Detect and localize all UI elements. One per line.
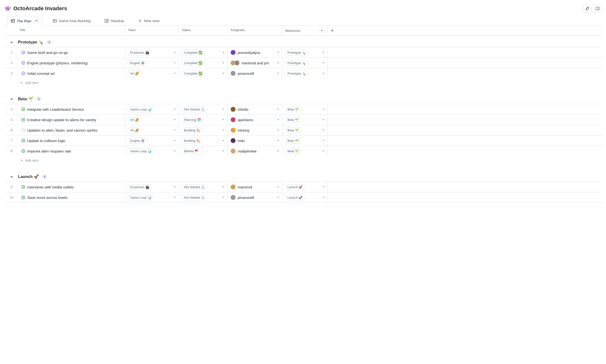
row-milestone-cell[interactable]: Prototype 🍾 <box>282 68 327 78</box>
settings-button[interactable] <box>583 4 592 13</box>
row-status-cell[interactable]: Not Started ⏲️ <box>179 104 227 114</box>
row-title-cell[interactable]: Integrate with Leaderboard Service <box>19 104 125 114</box>
row-title-cell[interactable]: Improve alien respawn rate <box>19 146 125 156</box>
row-title: Save score across levels <box>27 195 67 200</box>
add-item-button[interactable]: Add item <box>4 156 602 165</box>
row-milestone-cell[interactable]: Prototype 🍾 <box>282 47 327 58</box>
tab-game-loop-backlog[interactable]: Game loop Backlog <box>50 16 94 25</box>
column-status[interactable]: Status <box>179 26 227 36</box>
row-team-cell[interactable]: Art 🌈 <box>125 125 179 135</box>
avatar <box>230 107 236 112</box>
row-milestone-cell[interactable]: Launch 🚀 <box>282 192 327 203</box>
row-title-cell[interactable]: Creative design update to aliens for var… <box>19 115 125 125</box>
row-status-cell[interactable]: Not Started ⏲️ <box>179 182 227 192</box>
column-title[interactable]: Title <box>4 26 125 36</box>
table-row[interactable]: 7Update to collision logicEngine ⚙️Build… <box>4 135 602 146</box>
row-title-cell[interactable]: Interviews with media outlets <box>19 182 125 192</box>
table-row[interactable]: 3Initial concept artArt 🌈Complete ✅pmars… <box>4 68 602 78</box>
avatar-stack <box>230 107 236 112</box>
row-assignees-cell[interactable]: mariorod <box>227 182 282 192</box>
panel-button[interactable] <box>593 4 602 13</box>
row-status-cell[interactable]: Building 🏗️ <box>179 125 227 135</box>
column-menu-caret[interactable] <box>320 28 324 33</box>
row-title-cell[interactable]: Engine prototype (physics, rendering) <box>19 58 125 68</box>
row-team-cell[interactable]: Producers 🎬 <box>125 182 179 192</box>
column-team[interactable]: Team <box>125 26 179 36</box>
row-team-cell[interactable]: Art 🌈 <box>125 68 179 78</box>
row-team-cell[interactable]: Art 🌈 <box>125 115 179 125</box>
row-title-cell[interactable]: Save score across levels <box>19 192 125 203</box>
column-assignees[interactable]: Assignees <box>227 26 282 36</box>
table-row[interactable]: 6Updates to alien, beam, and cannon spri… <box>4 125 602 135</box>
row-team-cell[interactable]: Game Loop 📊 <box>125 192 179 203</box>
row-assignees-cell[interactable]: mariorod and pm <box>227 58 282 68</box>
column-milestones[interactable]: Milestones <box>282 26 327 36</box>
row-milestone-cell[interactable]: Prototype 🍾 <box>282 58 327 68</box>
row-milestone-cell[interactable]: Beta 🌱 <box>282 104 327 114</box>
chevron-down-icon <box>322 139 325 142</box>
row-status-cell[interactable]: Not Started ⏲️ <box>179 192 227 203</box>
tab-standup[interactable]: Standup <box>101 16 128 25</box>
chevron-down-icon <box>222 51 225 54</box>
row-team-cell[interactable]: Game Loop 📊 <box>125 104 179 114</box>
row-milestone-cell[interactable]: Launch 🚀 <box>282 182 327 192</box>
row-team-cell[interactable]: Game Loop 📊 <box>125 146 179 156</box>
group-collapse-toggle[interactable] <box>10 40 13 44</box>
add-item-button[interactable]: Add item <box>4 78 602 87</box>
table-row[interactable]: 8Improve alien respawn rateGame Loop 📊Be… <box>4 146 602 156</box>
table-row[interactable]: 2Engine prototype (physics, rendering)En… <box>4 58 602 68</box>
row-team-cell[interactable]: Engine ⚙️ <box>125 58 179 68</box>
plus-icon <box>330 29 334 33</box>
row-status-cell[interactable]: Complete ✅ <box>179 68 227 78</box>
row-team-cell[interactable]: Engine ⚙️ <box>125 135 179 146</box>
group-count: 3 <box>46 40 52 44</box>
row-status-cell[interactable]: Planning 🗓️ <box>179 115 227 125</box>
chevron-down-icon <box>277 139 280 142</box>
row-status-cell[interactable]: Complete ✅ <box>179 58 227 68</box>
row-status-cell[interactable]: Building 🏗️ <box>179 135 227 146</box>
row-milestone-cell[interactable]: Beta 🌱 <box>282 135 327 146</box>
tab-new-view[interactable]: New view <box>135 16 163 25</box>
row-title-cell[interactable]: Update to collision logic <box>19 135 125 146</box>
row-assignees-cell[interactable]: chiedo <box>227 104 282 114</box>
row-assignees-cell[interactable]: ajashams <box>227 115 282 125</box>
group-name: Prototype 🍾 <box>18 39 43 45</box>
row-number: 1 <box>4 47 19 58</box>
row-extra-cell <box>327 125 337 135</box>
table-row[interactable]: 9Interviews with media outletsProducers … <box>4 182 602 192</box>
row-assignees-cell[interactable]: pmarsceill <box>227 192 282 203</box>
row-title-cell[interactable]: Updates to alien, beam, and cannon sprit… <box>19 125 125 135</box>
row-status-cell[interactable]: Complete ✅ <box>179 47 227 58</box>
tab-menu-caret[interactable] <box>34 19 39 23</box>
row-extra-cell <box>327 47 337 58</box>
table-row[interactable]: 1Game brief and go-no-goProducers 🎬Compl… <box>4 47 602 58</box>
add-column-button[interactable] <box>327 26 337 36</box>
table-row[interactable]: 5Creative design update to aliens for va… <box>4 114 602 125</box>
group-collapse-toggle[interactable] <box>10 175 13 179</box>
row-milestone-cell[interactable]: Beta 🌱 <box>282 125 327 135</box>
row-assignees-cell[interactable]: mdo <box>227 135 282 146</box>
status-pill: Building 🏗️ <box>181 138 203 143</box>
row-assignees-cell[interactable]: mkwng <box>227 125 282 135</box>
row-assignees-cell[interactable]: pmarsceill <box>227 68 282 78</box>
row-assignees-cell[interactable]: mattjohnlee <box>227 146 282 156</box>
table-row[interactable]: 4Integrate with Leaderboard ServiceGame … <box>4 104 602 114</box>
table-row[interactable]: 10Save score across levelsGame Loop 📊Not… <box>4 192 602 203</box>
row-title: Improve alien respawn rate <box>27 149 71 153</box>
row-title-cell[interactable]: Game brief and go-no-go <box>19 47 125 58</box>
team-pill: Art 🌈 <box>128 117 142 123</box>
row-milestone-cell[interactable]: Beta 🌱 <box>282 146 327 156</box>
group-collapse-toggle[interactable] <box>10 97 13 101</box>
tab-the-plan[interactable]: The Plan <box>7 16 42 26</box>
row-status-cell[interactable]: Behind 🚩 <box>179 146 227 156</box>
chevron-down-icon <box>173 129 176 132</box>
row-milestone-cell[interactable]: Beta 🌱 <box>282 115 327 125</box>
avatar-stack <box>230 128 236 133</box>
milestone-pill: Prototype 🍾 <box>285 71 308 76</box>
row-team-cell[interactable]: Producers 🎬 <box>125 47 179 58</box>
row-assignees-cell[interactable]: preciselyalyss <box>227 47 282 58</box>
chevron-down-icon <box>322 185 325 188</box>
row-title-cell[interactable]: Initial concept art <box>19 68 125 78</box>
group-header: Launch 🚀6 <box>4 170 602 182</box>
group-count: 5 <box>36 97 42 101</box>
